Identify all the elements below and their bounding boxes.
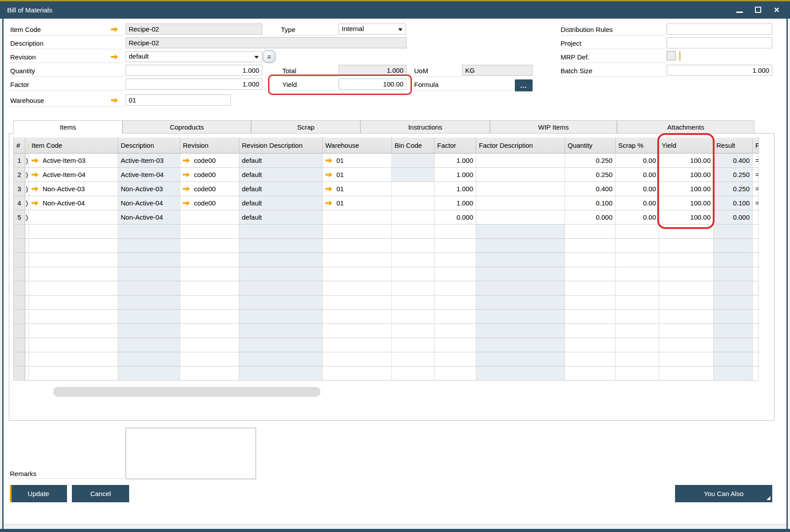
mrp-def-checkbox[interactable]: [667, 51, 675, 60]
grid-cell-bin[interactable]: [392, 239, 434, 253]
grid-cell-num[interactable]: [14, 296, 25, 310]
grid-cell-result[interactable]: [714, 239, 753, 253]
grid-cell-qty[interactable]: [565, 267, 616, 281]
grid-cell-item_code[interactable]: [29, 338, 118, 352]
batch-size-field[interactable]: [667, 65, 772, 76]
grid-cell-num[interactable]: 1: [14, 154, 25, 168]
tab-scrap[interactable]: Scrap: [251, 120, 360, 134]
grid-cell-item_code[interactable]: Active-Item-04: [29, 168, 118, 182]
grid-cell-result[interactable]: 0.250: [714, 182, 753, 196]
grid-cell-rev_desc[interactable]: default: [239, 168, 323, 182]
grid-cell-wh[interactable]: 01: [323, 154, 392, 168]
grid-cell-num[interactable]: [14, 310, 25, 324]
grid-cell-factor_desc[interactable]: [476, 267, 565, 281]
grid-cell-f[interactable]: =: [753, 182, 759, 196]
minimize-button[interactable]: [735, 5, 744, 14]
grid-cell-result[interactable]: [714, 324, 753, 338]
uom-field[interactable]: [462, 65, 533, 76]
warehouse-field[interactable]: [126, 95, 231, 106]
grid-cell-qty[interactable]: [565, 281, 616, 296]
grid-cell-scrap[interactable]: [616, 296, 659, 310]
grid-cell-factor[interactable]: [434, 324, 476, 338]
grid-cell-yield[interactable]: [659, 324, 714, 338]
grid-cell-scrap[interactable]: 0.00: [616, 168, 659, 182]
grid-cell-num[interactable]: 5: [14, 210, 25, 225]
grid-cell-item_code[interactable]: Non-Active-04: [29, 196, 118, 210]
grid-cell-desc[interactable]: [118, 324, 180, 338]
maximize-button[interactable]: [754, 5, 762, 14]
link-arrow-icon[interactable]: [32, 172, 39, 178]
grid-cell-result[interactable]: [714, 225, 753, 239]
grid-cell-factor_desc[interactable]: [476, 366, 565, 381]
item-code-field[interactable]: [126, 24, 262, 35]
grid-cell-bin[interactable]: [392, 281, 434, 296]
grid-cell-item_code[interactable]: [29, 281, 118, 296]
grid-cell-f[interactable]: =: [753, 196, 759, 210]
grid-cell-clip[interactable]: [25, 352, 29, 366]
grid-cell-revision[interactable]: [180, 338, 239, 352]
you-can-also-button[interactable]: You Can Also: [675, 485, 772, 502]
grid-cell-factor_desc[interactable]: [476, 196, 565, 210]
grid-cell-result[interactable]: [714, 281, 753, 296]
grid-header-factor_desc[interactable]: Factor Description: [476, 138, 565, 154]
grid-cell-factor_desc[interactable]: [476, 168, 565, 182]
cancel-button[interactable]: Cancel: [72, 485, 129, 502]
grid-cell-factor_desc[interactable]: [476, 253, 565, 267]
grid-cell-yield[interactable]: [659, 366, 714, 381]
grid-cell-result[interactable]: [714, 338, 753, 352]
grid-cell-clip[interactable]: [25, 239, 29, 253]
formula-browse-button[interactable]: ...: [515, 79, 533, 91]
grid-header-item_code[interactable]: Item Code: [29, 138, 118, 154]
grid-cell-f[interactable]: [753, 267, 759, 281]
total-field[interactable]: [339, 65, 407, 76]
grid-cell-factor_desc[interactable]: [476, 324, 565, 338]
grid-cell-factor[interactable]: [434, 338, 476, 352]
link-arrow-icon[interactable]: [32, 158, 39, 164]
grid-header-rev_desc[interactable]: Revision Description: [239, 138, 323, 154]
grid-cell-wh[interactable]: [323, 338, 392, 352]
grid-cell-factor_desc[interactable]: [476, 154, 565, 168]
grid-cell-clip[interactable]: [25, 310, 29, 324]
link-arrow-icon[interactable]: [111, 54, 118, 60]
link-arrow-icon[interactable]: [111, 26, 118, 32]
grid-cell-f[interactable]: [753, 338, 759, 352]
grid-cell-factor_desc[interactable]: [476, 239, 565, 253]
close-button[interactable]: ✕: [772, 5, 781, 14]
grid-cell-qty[interactable]: 0.250: [565, 168, 616, 182]
grid-cell-clip[interactable]: [25, 267, 29, 281]
grid-cell-clip[interactable]: [25, 366, 29, 381]
type-dropdown[interactable]: Internal: [339, 24, 406, 35]
grid-cell-rev_desc[interactable]: [239, 366, 323, 381]
grid-cell-rev_desc[interactable]: [239, 281, 323, 296]
distribution-rules-field[interactable]: [667, 24, 772, 35]
grid-cell-revision[interactable]: [180, 324, 239, 338]
grid-cell-factor_desc[interactable]: [476, 182, 565, 196]
link-arrow-icon[interactable]: [183, 186, 190, 192]
grid-cell-f[interactable]: [753, 296, 759, 310]
grid-cell-qty[interactable]: [565, 239, 616, 253]
update-button[interactable]: Update: [10, 485, 67, 502]
grid-cell-factor_desc[interactable]: [476, 352, 565, 366]
grid-cell-rev_desc[interactable]: default: [239, 182, 323, 196]
grid-header-wh[interactable]: Warehouse: [323, 138, 392, 154]
factor-field[interactable]: [126, 79, 262, 90]
grid-cell-scrap[interactable]: 0.00: [616, 210, 659, 225]
grid-cell-clip[interactable]: ): [25, 196, 29, 210]
grid-cell-result[interactable]: [714, 253, 753, 267]
grid-cell-yield[interactable]: [659, 267, 714, 281]
grid-cell-wh[interactable]: [323, 267, 392, 281]
grid-cell-item_code[interactable]: [29, 239, 118, 253]
grid-cell-revision[interactable]: [180, 253, 239, 267]
grid-cell-f[interactable]: =: [753, 154, 759, 168]
grid-cell-revision[interactable]: code00: [180, 182, 239, 196]
grid-cell-wh[interactable]: 01: [323, 182, 392, 196]
grid-cell-desc[interactable]: [118, 225, 180, 239]
grid-cell-revision[interactable]: [180, 210, 239, 225]
grid-cell-revision[interactable]: code00: [180, 168, 239, 182]
grid-cell-result[interactable]: 0.000: [714, 210, 753, 225]
grid-cell-desc[interactable]: [118, 338, 180, 352]
grid-cell-yield[interactable]: 100.00: [659, 196, 714, 210]
grid-cell-factor_desc[interactable]: [476, 225, 565, 239]
grid-cell-rev_desc[interactable]: [239, 338, 323, 352]
grid-cell-factor[interactable]: [434, 225, 476, 239]
